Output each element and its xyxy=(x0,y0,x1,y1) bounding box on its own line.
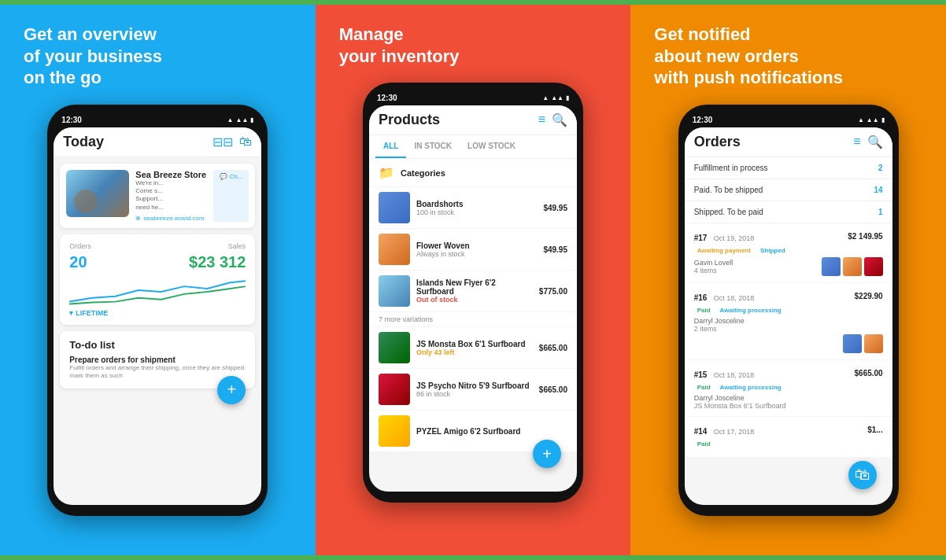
signal-icon-2: ▲▲ xyxy=(551,94,564,101)
fulfillment-label-3: Shipped. To be paid xyxy=(694,208,763,216)
order-3-customer: Darryl Josceline xyxy=(694,394,883,402)
screen-2-title: Products xyxy=(379,112,440,128)
wifi-icon: ▲ xyxy=(227,116,234,123)
stats-values-row: 20 $23 312 xyxy=(69,253,246,271)
product-4-name: JS Monsta Box 6'1 Surfboard xyxy=(416,340,533,348)
order-item-1[interactable]: #17 Oct 19, 2018 $2 149.95 Awaiting paym… xyxy=(685,223,892,282)
stats-card: Orders Sales 20 $23 312 ▾ LIFETIME xyxy=(60,234,255,325)
order-4-price: $1... xyxy=(867,426,882,434)
screen-3-header-icons: ≡ 🔍 xyxy=(853,134,882,149)
fab-bag-button[interactable]: 🛍 xyxy=(848,461,877,489)
screen-1-header: Today ⊟⊟ 🛍 xyxy=(54,127,261,157)
order-4-header: #14 Oct 17, 2018 $1... xyxy=(694,423,883,437)
product-3-stock: Out of stock xyxy=(416,296,533,304)
phone-1-screen: Today ⊟⊟ 🛍 Sea Breeze Store We're in...C… xyxy=(54,127,261,505)
product-4-price: $665.00 xyxy=(539,344,567,352)
store-chat[interactable]: 💬 Ch... xyxy=(213,170,249,223)
product-item-1[interactable]: Boardshorts 100 in stock $49.95 xyxy=(369,187,577,228)
order-1-tag-1: Awaiting payment xyxy=(694,246,754,255)
phone-1-status-icons: ▲ ▲▲ ▮ xyxy=(227,116,254,123)
tab-all[interactable]: ALL xyxy=(375,135,406,158)
product-4-thumb xyxy=(379,332,410,363)
screen-2-header: Products ≡ 🔍 xyxy=(369,105,577,135)
product-1-stock: 100 in stock xyxy=(416,208,537,216)
panel-orders: Get notifiedabout new orderswith push no… xyxy=(630,0,946,560)
fulfillment-row-1[interactable]: Fulfillment in process 2 xyxy=(685,157,892,179)
order-4-date: Oct 17, 2018 xyxy=(714,428,755,436)
order-1-thumb-1 xyxy=(822,257,841,276)
fulfillment-row-2[interactable]: Paid. To be shipped 14 xyxy=(685,179,892,201)
product-item-3[interactable]: Islands New Flyer 6'2 Surfboard Out of s… xyxy=(369,271,577,311)
product-2-name: Flower Woven xyxy=(416,241,537,250)
signal-icon: ▲▲ xyxy=(235,116,248,123)
phone-3-time: 12:30 xyxy=(693,116,713,124)
order-1-thumb-2 xyxy=(843,257,862,276)
store-url[interactable]: ⊕ seabreeze.ecwid.com xyxy=(135,215,207,222)
panel-inventory: Manageyour inventory 12:30 ▲ ▲▲ ▮ Produc… xyxy=(316,0,631,560)
orders-value: 20 xyxy=(69,253,87,271)
todo-title: To-do list xyxy=(69,339,246,351)
product-item-2[interactable]: Flower Woven Always in stock $49.95 xyxy=(369,229,577,270)
product-1-price: $49.95 xyxy=(543,204,567,212)
order-2-items: 2 items xyxy=(694,325,883,333)
tab-low-stock[interactable]: LOW STOCK xyxy=(460,135,523,158)
order-1-price: $2 149.95 xyxy=(848,232,883,241)
product-5-stock: 86 in stock xyxy=(416,390,533,398)
phone-3-screen: Orders ≡ 🔍 Fulfillment in process 2 Paid… xyxy=(685,127,892,505)
phone-3-status-icons: ▲ ▲▲ ▮ xyxy=(858,116,885,123)
chat-icon: 💬 xyxy=(220,173,227,180)
phone-1-notch: 12:30 ▲ ▲▲ ▮ xyxy=(54,116,261,124)
tab-in-stock[interactable]: IN STOCK xyxy=(406,135,460,158)
product-5-name: JS Psycho Nitro 5'9 Surfboard xyxy=(416,381,533,390)
panel-overview: Get an overviewof your businesson the go… xyxy=(0,0,316,560)
product-5-thumb xyxy=(379,374,410,405)
search-icon[interactable]: 🔍 xyxy=(552,112,567,127)
fab-button[interactable]: + xyxy=(217,376,246,404)
stats-chart xyxy=(69,274,246,306)
fulfillment-label-1: Fulfillment in process xyxy=(694,164,768,172)
order-1-customer: Gavin Lovell xyxy=(694,259,734,267)
order-item-2[interactable]: #16 Oct 18, 2018 $229.90 Paid Awaiting p… xyxy=(685,283,892,359)
fulfillment-row-3[interactable]: Shipped. To be paid 1 xyxy=(685,201,892,223)
order-item-4[interactable]: #14 Oct 17, 2018 $1... Paid xyxy=(685,417,892,457)
order-2-date: Oct 18, 2018 xyxy=(714,294,755,302)
order-item-3[interactable]: #15 Oct 18, 2018 $665.00 Paid Awaiting p… xyxy=(685,360,892,416)
order-1-header: #17 Oct 19, 2018 $2 149.95 xyxy=(694,230,883,244)
fulfillment-count-3: 1 xyxy=(878,208,883,216)
wifi-icon-3: ▲ xyxy=(858,116,864,123)
order-3-items: JS Monsta Box 6'1 Surfboard xyxy=(694,402,883,410)
product-6-thumb xyxy=(379,415,410,447)
shopping-bag-icon: 🛍 xyxy=(855,466,870,484)
battery-icon: ▮ xyxy=(250,116,253,123)
order-4-id: #14 xyxy=(694,427,708,436)
search-icon-3[interactable]: 🔍 xyxy=(867,134,883,149)
product-5-info: JS Psycho Nitro 5'9 Surfboard 86 in stoc… xyxy=(416,381,533,398)
products-tabs: ALL IN STOCK LOW STOCK xyxy=(369,135,577,159)
filter-icon[interactable]: ≡ xyxy=(538,112,545,127)
product-4-info: JS Monsta Box 6'1 Surfboard Only 43 left xyxy=(416,340,533,356)
product-item-4[interactable]: JS Monsta Box 6'1 Surfboard Only 43 left… xyxy=(369,327,577,368)
fab-button-2[interactable]: + xyxy=(533,440,561,468)
order-1-id: #17 xyxy=(694,234,708,242)
phone-2-time: 12:30 xyxy=(377,94,397,102)
panel-2-headline: Manageyour inventory xyxy=(331,24,615,67)
order-4-tags: Paid xyxy=(694,440,883,448)
lifetime-button[interactable]: ▾ LIFETIME xyxy=(69,309,246,317)
phone-2-screen: Products ≡ 🔍 ALL IN STOCK LOW STOCK 📁 Ca… xyxy=(369,105,577,492)
product-1-info: Boardshorts 100 in stock xyxy=(416,200,537,216)
order-2-header: #16 Oct 18, 2018 $229.90 xyxy=(694,289,883,304)
fulfillment-label-2: Paid. To be shipped xyxy=(694,186,763,194)
order-1-tags: Awaiting payment Shipped xyxy=(694,246,883,255)
product-4-stock: Only 43 left xyxy=(416,348,533,356)
product-item-5[interactable]: JS Psycho Nitro 5'9 Surfboard 86 in stoc… xyxy=(369,369,577,410)
globe-icon: ⊕ xyxy=(135,215,141,222)
categories-row[interactable]: 📁 Categories xyxy=(369,159,577,186)
filter-icon-3[interactable]: ≡ xyxy=(853,134,860,149)
store-card[interactable]: Sea Breeze Store We're in...Come s...Sup… xyxy=(60,164,255,229)
screen-3-title: Orders xyxy=(694,134,741,150)
sales-label: Sales xyxy=(228,242,246,250)
bag-icon-header[interactable]: 🛍 xyxy=(239,134,252,149)
barcode-icon[interactable]: ⊟⊟ xyxy=(212,134,233,149)
fab-container-3: 🛍 xyxy=(685,458,892,497)
signal-icon-3: ▲▲ xyxy=(867,116,879,123)
